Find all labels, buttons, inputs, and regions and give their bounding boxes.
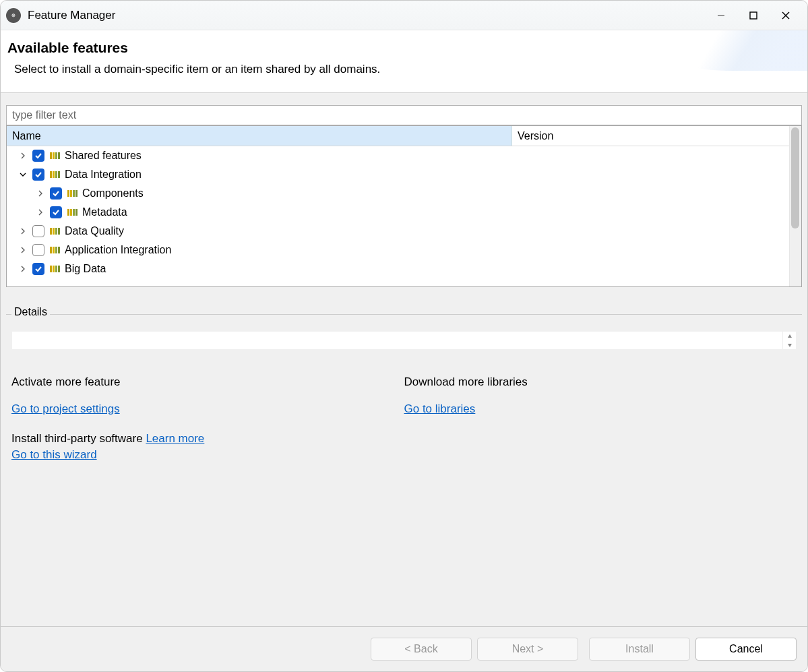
feature-checkbox[interactable] (32, 225, 44, 237)
wizard-footer: < Back Next > Install Cancel (1, 626, 807, 671)
chevron-right-icon[interactable] (18, 264, 28, 274)
wizard-body: Name Version Shared featuresData Integra… (1, 93, 807, 472)
learn-more-link[interactable]: Learn more (146, 432, 204, 445)
chevron-down-icon[interactable] (18, 169, 28, 180)
third-party-label: Install third-party software (11, 432, 143, 445)
feature-label: Big Data (65, 263, 106, 275)
feature-label: Data Integration (65, 169, 142, 181)
wizard-header: Available features Select to install a d… (1, 30, 807, 93)
spinner-up-icon[interactable] (783, 332, 796, 340)
feature-checkbox[interactable] (32, 263, 44, 275)
feature-group-icon (50, 151, 61, 160)
tree-row[interactable]: Data Integration (7, 165, 801, 184)
svg-rect-16 (73, 190, 75, 197)
svg-rect-28 (55, 247, 57, 253)
tree-row[interactable]: Application Integration (7, 241, 801, 259)
filter-container (6, 105, 802, 125)
window-title: Feature Manager (28, 9, 115, 22)
svg-rect-15 (70, 190, 72, 197)
svg-rect-14 (67, 190, 69, 197)
svg-rect-27 (53, 247, 55, 253)
svg-rect-21 (75, 209, 77, 216)
svg-marker-35 (788, 344, 792, 347)
svg-rect-19 (70, 209, 72, 216)
feature-group-icon (50, 170, 61, 179)
feature-label: Components (82, 187, 144, 200)
svg-marker-34 (788, 334, 792, 338)
column-name[interactable]: Name (7, 126, 512, 146)
titlebar: ⊜ Feature Manager (1, 1, 807, 30)
tree-row[interactable]: Metadata (7, 203, 801, 222)
svg-rect-10 (50, 171, 52, 178)
svg-rect-6 (50, 152, 52, 159)
details-label: Details (11, 306, 50, 318)
svg-rect-32 (55, 266, 57, 272)
spinner-down-icon[interactable] (783, 340, 796, 349)
wizard-link[interactable]: Go to this wizard (11, 448, 97, 461)
svg-rect-33 (58, 266, 60, 272)
svg-rect-13 (58, 171, 60, 178)
close-button[interactable] (770, 5, 802, 26)
activate-column: Activate more feature Go to project sett… (11, 375, 404, 462)
chevron-right-icon[interactable] (18, 150, 28, 161)
feature-checkbox[interactable] (50, 187, 62, 200)
svg-rect-23 (53, 228, 55, 235)
column-version[interactable]: Version (512, 126, 801, 146)
cancel-button[interactable]: Cancel (695, 638, 797, 661)
dialog-window: ⊜ Feature Manager Available features Sel… (0, 0, 808, 672)
page-description: Select to install a domain-specific item… (7, 63, 801, 76)
tree-row[interactable]: Shared features (7, 146, 801, 165)
project-settings-link[interactable]: Go to project settings (11, 402, 120, 415)
maximize-button[interactable] (737, 5, 770, 26)
app-icon: ⊜ (6, 8, 21, 23)
tree-scrollbar[interactable] (789, 126, 801, 286)
activate-heading: Activate more feature (11, 375, 404, 389)
chevron-right-icon[interactable] (18, 226, 28, 237)
tree-row[interactable]: Data Quality (7, 222, 801, 241)
chevron-right-icon[interactable] (35, 188, 46, 199)
details-section: Details (6, 314, 802, 355)
scrollbar-thumb[interactable] (791, 127, 799, 228)
details-textbox[interactable] (11, 331, 797, 350)
back-button[interactable]: < Back (371, 638, 472, 661)
svg-rect-26 (50, 247, 52, 253)
svg-rect-20 (73, 209, 75, 216)
feature-label: Data Quality (65, 225, 124, 237)
feature-checkbox[interactable] (32, 244, 44, 256)
feature-label: Application Integration (65, 244, 171, 256)
download-column: Download more libraries Go to libraries (404, 375, 797, 462)
svg-rect-22 (50, 228, 52, 235)
tree-rows: Shared featuresData IntegrationComponent… (7, 146, 801, 286)
chevron-right-icon[interactable] (18, 245, 28, 255)
svg-rect-31 (53, 266, 55, 272)
feature-tree: Name Version Shared featuresData Integra… (6, 125, 802, 287)
install-button[interactable]: Install (589, 638, 690, 661)
chevron-right-icon[interactable] (35, 207, 46, 218)
svg-rect-11 (53, 171, 55, 178)
svg-rect-29 (58, 247, 60, 253)
tree-header: Name Version (7, 126, 801, 146)
libraries-link[interactable]: Go to libraries (404, 402, 476, 415)
feature-checkbox[interactable] (32, 169, 44, 181)
svg-rect-7 (53, 152, 55, 159)
svg-rect-18 (67, 209, 69, 216)
tree-row[interactable]: Components (7, 184, 801, 203)
feature-checkbox[interactable] (50, 206, 62, 218)
details-spinner[interactable] (782, 332, 796, 349)
download-heading: Download more libraries (404, 375, 797, 389)
filter-input[interactable] (6, 105, 802, 125)
feature-group-icon (67, 208, 78, 217)
third-party-block: Install third-party software Learn more … (11, 432, 404, 462)
svg-rect-17 (75, 190, 77, 197)
links-area: Activate more feature Go to project sett… (6, 355, 802, 467)
svg-rect-25 (58, 228, 60, 235)
feature-group-icon (50, 245, 61, 255)
svg-rect-12 (55, 171, 57, 178)
tree-row[interactable]: Big Data (7, 259, 801, 278)
svg-rect-3 (750, 12, 757, 19)
feature-checkbox[interactable] (32, 150, 44, 162)
svg-rect-24 (55, 228, 57, 235)
minimize-button[interactable] (705, 5, 737, 26)
next-button[interactable]: Next > (477, 638, 578, 661)
svg-text:⊜: ⊜ (11, 13, 15, 18)
